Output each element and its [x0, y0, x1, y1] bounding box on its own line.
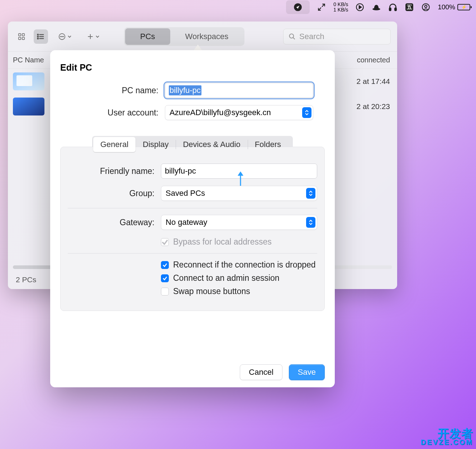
gateway-select[interactable]: No gateway	[161, 215, 317, 230]
tab-workspaces[interactable]: Workspaces	[170, 28, 244, 45]
options-menu[interactable]	[53, 29, 77, 44]
group-label: Group:	[68, 189, 161, 198]
general-panel: Friendly name: billyfu-pc Group: Saved P…	[60, 147, 325, 311]
battery-percent: 100%	[438, 3, 455, 11]
status-text: 2 PCs	[16, 275, 36, 284]
svg-point-15	[37, 38, 38, 39]
play-circle-icon[interactable]	[355, 3, 365, 12]
svg-rect-10	[22, 33, 24, 36]
battery-indicator[interactable]: 100% ⚡	[438, 3, 470, 11]
add-menu[interactable]	[82, 29, 105, 44]
svg-rect-12	[22, 37, 24, 39]
tab-folders[interactable]: Folders	[248, 137, 288, 152]
hat-icon[interactable]	[372, 3, 381, 12]
bypass-label: Bypass for local addresses	[173, 237, 272, 247]
toolbar: PCs Workspaces Search	[8, 22, 397, 52]
reconnect-label: Reconnect if the connection is dropped	[173, 260, 316, 270]
bypass-checkbox	[161, 238, 169, 246]
watermark: 开发者 DEVZE.COM	[421, 429, 473, 445]
pc-thumbnail	[13, 98, 44, 115]
input-method-icon[interactable]: 五	[405, 3, 414, 12]
svg-rect-3	[390, 8, 391, 11]
svg-rect-9	[19, 33, 21, 36]
pc-name-input[interactable]: billyfu-pc	[165, 83, 313, 98]
user-account-label: User account:	[72, 108, 165, 118]
headphones-icon[interactable]	[388, 3, 398, 12]
svg-point-14	[37, 36, 38, 37]
save-button[interactable]: Save	[289, 364, 325, 380]
grid-view-button[interactable]	[14, 29, 29, 44]
tab-display[interactable]: Display	[135, 137, 176, 152]
sheet-title: Edit PC	[60, 62, 335, 73]
edit-pc-sheet: Edit PC PC name: billyfu-pc User account…	[50, 50, 335, 387]
pc-thumbnail	[13, 72, 44, 90]
svg-point-13	[37, 34, 38, 35]
user-circle-icon[interactable]	[421, 3, 430, 12]
svg-point-20	[290, 34, 294, 38]
svg-text:五: 五	[406, 4, 412, 10]
remote-desktop-menubar-icon[interactable]	[286, 0, 310, 14]
svg-rect-4	[395, 8, 396, 11]
reconnect-checkbox[interactable]	[161, 261, 169, 269]
battery-icon: ⚡	[457, 4, 470, 10]
svg-point-18	[62, 36, 62, 37]
admin-session-label: Connect to an admin session	[173, 273, 280, 283]
view-segment: PCs Workspaces	[124, 27, 244, 46]
expand-arrows-icon[interactable]	[317, 3, 326, 12]
svg-rect-11	[19, 37, 21, 39]
tab-devices-audio[interactable]: Devices & Audio	[176, 137, 247, 152]
annotation-arrow-icon	[237, 171, 244, 187]
friendly-name-label: Friendly name:	[68, 166, 161, 176]
list-view-button[interactable]	[34, 29, 48, 44]
settings-tabs: General Display Devices & Audio Folders	[92, 136, 293, 153]
tab-pcs[interactable]: PCs	[125, 28, 170, 45]
chevron-updown-icon	[306, 188, 315, 199]
tab-general[interactable]: General	[93, 137, 135, 152]
cancel-button[interactable]: Cancel	[240, 364, 282, 380]
admin-session-checkbox[interactable]	[161, 274, 169, 282]
pc-name-label: PC name:	[72, 86, 165, 95]
menubar: 0 KB/s 1 KB/s 五 100% ⚡	[0, 0, 476, 14]
chevron-updown-icon	[302, 107, 311, 118]
search-input[interactable]: Search	[283, 29, 391, 44]
swap-mouse-label: Swap mouse buttons	[173, 287, 250, 296]
user-account-select[interactable]: AzureAD\billyfu@sysgeek.cn	[165, 105, 313, 120]
svg-point-19	[63, 36, 64, 37]
bypass-checkbox-row: Bypass for local addresses	[161, 237, 317, 247]
network-speed-readout[interactable]: 0 KB/s 1 KB/s	[333, 2, 348, 13]
svg-point-8	[425, 5, 427, 8]
search-icon	[289, 33, 296, 40]
svg-point-17	[60, 36, 61, 37]
chevron-updown-icon	[306, 217, 315, 228]
search-placeholder: Search	[299, 32, 324, 41]
swap-mouse-checkbox[interactable]	[161, 288, 169, 296]
group-select[interactable]: Saved PCs	[161, 186, 317, 201]
gateway-label: Gateway:	[68, 218, 161, 227]
